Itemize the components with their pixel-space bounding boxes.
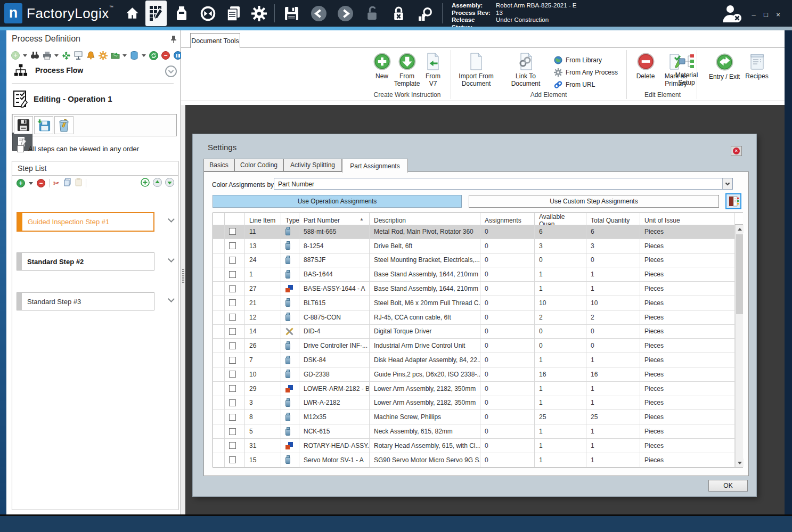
database-dropdown-caret[interactable] (142, 51, 146, 60)
copy-icon[interactable] (63, 178, 71, 189)
row-checkbox[interactable] (229, 257, 236, 264)
ok-button[interactable]: OK (708, 480, 748, 492)
move-up-icon[interactable] (153, 178, 162, 189)
row-checkbox[interactable] (229, 242, 236, 249)
row-checkbox[interactable] (229, 371, 236, 378)
tab-activity-splitting[interactable]: Activity Splitting (283, 159, 342, 171)
entry-exit-button[interactable]: Entry / Exit (706, 53, 742, 80)
paste-icon[interactable] (75, 178, 82, 189)
cut-icon[interactable]: ✂ (53, 179, 60, 187)
save-button[interactable] (282, 4, 301, 22)
from-template-button[interactable]: From Template (392, 53, 422, 87)
row-checkbox[interactable] (229, 285, 236, 292)
table-row[interactable]: 3 LWR-A-2182 Lower Arm Assembly, 2182, 3… (213, 396, 735, 411)
recipes-button[interactable]: Recipes (742, 53, 771, 80)
move-down-icon[interactable] (165, 178, 174, 189)
add-inspection-icon[interactable] (141, 178, 150, 189)
table-row[interactable]: 12 C-8875-CON RJ-45, CCA conn cable, 6ft… (213, 310, 735, 325)
table-row[interactable]: 5 NCK-615 Neck Assembly, 615, 82mm 0 1 1… (213, 424, 735, 439)
home-button[interactable] (123, 4, 142, 22)
add-step-icon[interactable]: + (17, 179, 25, 187)
delete-operation-button[interactable] (54, 116, 74, 134)
table-row[interactable]: 11 588-mt-665 Metal Rod, Main Pivot, Rot… (213, 225, 735, 239)
step-item-guided-inspection-1[interactable]: Guided Inspection Step #1 (17, 212, 154, 232)
audit-search-button[interactable] (415, 4, 435, 22)
refresh-icon[interactable] (149, 51, 158, 60)
table-row[interactable]: 13 8-1254 Drive Belt, 6ft 0 3 3 Pieces (213, 239, 735, 253)
lock-deny-button[interactable] (389, 4, 408, 22)
row-checkbox[interactable] (229, 342, 236, 349)
step-item-standard-2[interactable]: Standard Step #2 (17, 252, 154, 271)
delete-element-button[interactable]: Delete (633, 53, 658, 80)
tab-color-coding[interactable]: Color Coding (234, 159, 283, 171)
row-checkbox[interactable] (229, 314, 236, 321)
dialog-close-button[interactable]: × (731, 146, 742, 156)
export-icon[interactable] (110, 51, 120, 60)
material-setup-button[interactable]: Material Setup (671, 53, 702, 86)
table-scrollbar[interactable] (735, 225, 743, 467)
table-row[interactable]: 27 BASE-ASSY-1644 - A Base Stand Assembl… (213, 282, 735, 296)
import-from-document-button[interactable]: Import From Document (453, 53, 500, 87)
materials-button[interactable] (172, 4, 191, 22)
integration-icon[interactable] (61, 51, 71, 60)
dropdown-chevron-icon[interactable] (722, 178, 732, 189)
use-operation-assignments-button[interactable]: Use Operation Assignments (213, 195, 462, 208)
close-window-button[interactable]: × (773, 11, 783, 19)
table-row[interactable]: 29 LOWER-ARM-2182 - B Lower Arm Assembly… (213, 382, 735, 396)
assignment-book-button[interactable] (725, 193, 741, 209)
save-operation-button[interactable] (14, 116, 33, 134)
link-to-document-button[interactable]: Link To Document (505, 53, 546, 87)
table-row[interactable]: 10 GD-2338 Guide Pins,2 pcs, D6x20, ISO … (213, 367, 735, 382)
tab-document-tools[interactable]: Document Tools (190, 33, 240, 48)
presentation-icon[interactable] (74, 51, 83, 60)
from-v7-button[interactable]: From V7 (422, 53, 444, 87)
tab-part-assignments[interactable]: Part Assignments (342, 159, 408, 173)
user-logout-button[interactable] (721, 4, 742, 26)
row-checkbox[interactable] (229, 385, 236, 392)
minimize-button[interactable]: – (748, 11, 759, 19)
row-checkbox[interactable] (229, 228, 236, 235)
add-step-caret[interactable] (29, 182, 33, 185)
remove-step-icon[interactable]: − (37, 179, 45, 187)
table-row[interactable]: 8 M12x35 Machine Screw, Phillips 0 25 25… (213, 410, 735, 424)
scrollbar-thumb[interactable] (736, 234, 743, 314)
row-checkbox[interactable] (229, 428, 236, 435)
row-checkbox[interactable] (229, 357, 236, 364)
use-custom-step-assignments-button[interactable]: Use Custom Step Assignments (469, 195, 719, 208)
table-row[interactable]: 21 BLT615 Steel Bolt, M6 x 20mm Full Thr… (213, 296, 735, 310)
settings-button[interactable] (249, 4, 268, 22)
row-checkbox[interactable] (229, 271, 236, 278)
table-row[interactable]: 14 DID-4 Digital Torque Driver 0 0 0 Pie… (213, 325, 735, 339)
find-icon[interactable] (30, 51, 39, 60)
scroll-down-button[interactable] (736, 459, 744, 467)
undo-button[interactable] (309, 4, 328, 22)
print-icon[interactable] (42, 51, 52, 60)
save-as-template-button[interactable] (34, 116, 53, 134)
documents-button[interactable] (224, 4, 243, 22)
row-checkbox[interactable] (229, 328, 236, 335)
gear-orange-icon[interactable] (98, 51, 108, 60)
panel-splitter[interactable] (181, 105, 185, 514)
maximize-button[interactable]: □ (761, 11, 771, 19)
step-item-standard-3[interactable]: Standard Step #3 (17, 292, 154, 310)
row-checkbox[interactable] (229, 299, 236, 306)
step-2-expand-chevron[interactable] (166, 257, 176, 267)
process-flow-row[interactable]: Process Flow (14, 63, 83, 77)
pin-icon[interactable] (170, 35, 177, 46)
from-url-item[interactable]: From URL (554, 79, 595, 91)
row-checkbox[interactable] (229, 414, 236, 421)
table-row[interactable]: 31 ROTARY-HEAD-ASSY... Rotary Head Assem… (213, 439, 735, 453)
unlock-button[interactable] (362, 4, 381, 22)
add-icon[interactable]: + (11, 51, 20, 60)
splitter-grip[interactable] (182, 269, 184, 283)
from-library-item[interactable]: From Library (554, 54, 602, 66)
scroll-up-button[interactable] (736, 225, 744, 233)
table-row[interactable]: 7 DSK-84 Disk Head Adapter Assembly, 84,… (213, 353, 735, 367)
collapse-circle-icon[interactable] (165, 66, 177, 79)
step-1-expand-chevron[interactable] (166, 217, 176, 227)
bell-icon[interactable] (86, 51, 95, 60)
new-work-instruction-button[interactable]: New (369, 53, 395, 80)
add-dropdown-caret[interactable] (23, 51, 27, 60)
from-any-process-item[interactable]: From Any Process (554, 67, 618, 78)
sync-button[interactable] (198, 4, 217, 22)
